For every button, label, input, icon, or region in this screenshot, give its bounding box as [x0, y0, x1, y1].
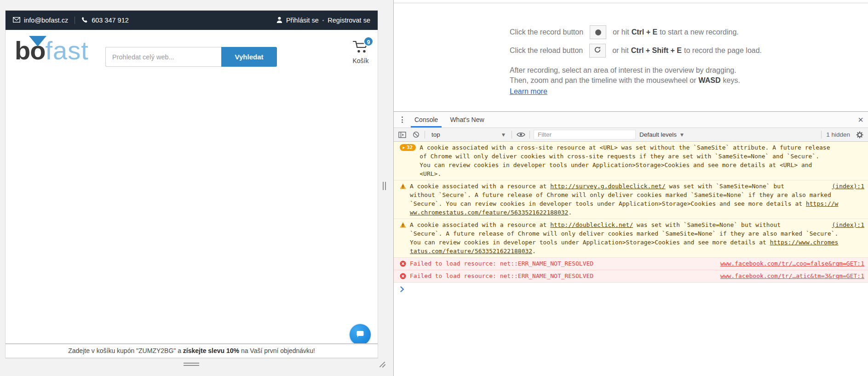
emulation-resize-handle-bottom[interactable] — [184, 363, 199, 366]
performance-instructions: Click the record button or hit Ctrl + E … — [510, 23, 762, 96]
group-count-badge[interactable]: 32 — [400, 144, 416, 151]
bofast-website-viewport: info@bofast.cz 603 347 912 Přihlásit se — [5, 10, 378, 359]
record-instruction-row: Click the record button or hit Ctrl + E … — [510, 23, 762, 41]
phone-icon — [81, 17, 88, 24]
site-header: bofast Vyhledat 9 Košík — [6, 30, 378, 90]
record-button[interactable] — [590, 25, 606, 39]
emulation-resize-handle-right[interactable] — [383, 182, 386, 190]
console-message: www.facebook.com/tr/…coo=false&rqm=GET:1… — [394, 258, 868, 270]
search-input[interactable] — [105, 47, 221, 67]
console-message-list: 32A cookie associated with a cross-site … — [394, 142, 868, 283]
bofast-logo[interactable]: bofast — [15, 35, 89, 66]
console-text-segment: A cookie associated with a resource at — [410, 221, 550, 228]
tab-whats-new-label: What's New — [450, 116, 484, 123]
record-instruction-pre: Click the record button — [510, 28, 583, 36]
topbar-contact: info@bofast.cz 603 347 912 — [13, 17, 129, 24]
console-message-text: (index):1A cookie associated with a reso… — [410, 182, 864, 217]
search-bar: Vyhledat — [105, 47, 277, 67]
device-emulation-area: info@bofast.cz 603 347 912 Přihlásit se — [0, 0, 393, 376]
clear-console-icon[interactable] — [411, 130, 421, 140]
console-filter-input[interactable] — [534, 130, 636, 139]
coupon-text-bold: získejte slevu 10% — [183, 347, 239, 354]
reload-instruction-mid: or hit — [612, 46, 629, 55]
warning-icon — [400, 183, 406, 189]
console-url-link[interactable]: http://doubleclick.net/ — [550, 221, 633, 228]
tab-console-label: Console — [414, 116, 438, 123]
reload-icon — [594, 46, 601, 55]
log-levels-dropdown[interactable]: Default levels ▼ — [639, 131, 684, 138]
warning-icon — [400, 222, 406, 228]
devtools-panel: Click the record button or hit Ctrl + E … — [393, 0, 868, 376]
console-message-text: www.facebook.com/tr/…atic&tm=3&rqm=GET:1… — [410, 272, 864, 280]
topbar-account: Přihlásit se • Registrovat se — [276, 17, 370, 24]
log-levels-label: Default levels — [639, 131, 677, 138]
tab-console[interactable]: Console — [408, 112, 444, 127]
login-link[interactable]: Přihlásit se — [286, 17, 319, 24]
console-text-segment: A cookie associated with a resource at — [410, 183, 550, 190]
learn-more-link[interactable]: Learn more — [510, 87, 547, 96]
cart-count-badge: 9 — [363, 36, 374, 46]
source-location-link[interactable]: (index):1 — [832, 220, 864, 229]
console-text-segment: . — [532, 248, 536, 255]
zoom-pan-hint-pre: Then, zoom and pan the timeline with the… — [510, 75, 696, 86]
tab-whats-new[interactable]: What's New — [444, 112, 490, 127]
emulation-resize-handle-corner[interactable] — [378, 360, 387, 369]
reload-shortcut: Ctrl + Shift + E — [631, 46, 682, 55]
toolbar-divider — [512, 131, 512, 139]
live-expression-eye-icon[interactable] — [516, 130, 526, 140]
zoom-pan-hint: Then, zoom and pan the timeline with the… — [510, 75, 762, 86]
console-message-text: (index):1A cookie associated with a reso… — [410, 220, 864, 255]
expand-triangle-icon — [402, 146, 405, 149]
cart-button[interactable]: 9 Košík — [347, 40, 374, 64]
user-icon — [276, 17, 282, 24]
console-url-link[interactable]: http://survey.g.doubleclick.net/ — [550, 183, 665, 190]
register-link[interactable]: Registrovat se — [328, 17, 370, 24]
reload-instruction-pre: Click the reload button — [510, 46, 583, 55]
record-instruction-post: to start a new recording. — [660, 28, 739, 36]
chat-widget-button[interactable] — [350, 324, 371, 345]
console-text-segment: A cookie associated with a cross-site re… — [420, 144, 830, 177]
search-button[interactable]: Vyhledat — [221, 47, 277, 67]
phone-link[interactable]: 603 347 912 — [81, 17, 129, 24]
source-location-link[interactable]: www.facebook.com/tr/…coo=false&rqm=GET:1 — [720, 259, 864, 268]
logo-text-fast: fast — [45, 36, 88, 65]
coupon-text-pre: Zadejte v košíku kupón "ZUMZY2BG" a — [68, 347, 183, 354]
chevron-down-icon: ▼ — [502, 133, 505, 137]
console-drawer: Console What's New × top ▼ — [394, 111, 868, 376]
email-link[interactable]: info@bofast.cz — [13, 17, 68, 24]
phone-text: 603 347 912 — [92, 17, 129, 24]
source-location-link[interactable]: www.facebook.com/tr/…atic&tm=3&rqm=GET:1 — [720, 272, 864, 280]
drawer-menu-icon[interactable] — [396, 112, 408, 127]
execution-context-selector[interactable]: top ▼ — [429, 131, 508, 138]
record-shortcut: Ctrl + E — [632, 28, 657, 36]
close-drawer-button[interactable]: × — [858, 114, 863, 125]
console-message: www.facebook.com/tr/…atic&tm=3&rqm=GET:1… — [394, 270, 868, 283]
reload-instruction-post: to record the page load. — [684, 46, 762, 55]
context-label: top — [431, 131, 440, 138]
chevron-down-icon: ▼ — [680, 133, 684, 137]
show-sidebar-icon[interactable] — [397, 130, 407, 140]
topbar-bullet: • — [322, 18, 324, 23]
console-message: (index):1A cookie associated with a reso… — [394, 219, 868, 258]
topbar-divider — [75, 17, 75, 24]
cart-label: Košík — [347, 57, 374, 64]
source-location-link[interactable]: (index):1 — [832, 182, 864, 191]
chat-bubble-icon — [356, 330, 365, 340]
console-prompt[interactable] — [394, 283, 868, 294]
cart-icon — [352, 47, 369, 55]
reload-button[interactable] — [589, 44, 606, 58]
error-icon — [400, 273, 406, 279]
console-settings-gear-icon[interactable] — [855, 130, 865, 140]
drawer-tab-bar: Console What's New × — [394, 112, 868, 128]
console-text-segment: Failed to load resource: net::ERR_NAME_N… — [410, 260, 593, 267]
screenshot-root: info@bofast.cz 603 347 912 Přihlásit se — [0, 0, 868, 376]
wasd-keys: WASD — [699, 75, 721, 86]
console-text-segment: Failed to load resource: net::ERR_NAME_N… — [410, 272, 593, 279]
logo-triangle-icon — [29, 36, 46, 46]
console-message-text: A cookie associated with a cross-site re… — [420, 143, 864, 178]
console-message-text: www.facebook.com/tr/…coo=false&rqm=GET:1… — [410, 259, 864, 268]
devtools-top-border — [394, 0, 868, 3]
site-topbar: info@bofast.cz 603 347 912 Přihlásit se — [6, 11, 378, 30]
console-prompt-icon — [400, 286, 404, 294]
toolbar-divider — [821, 131, 822, 139]
